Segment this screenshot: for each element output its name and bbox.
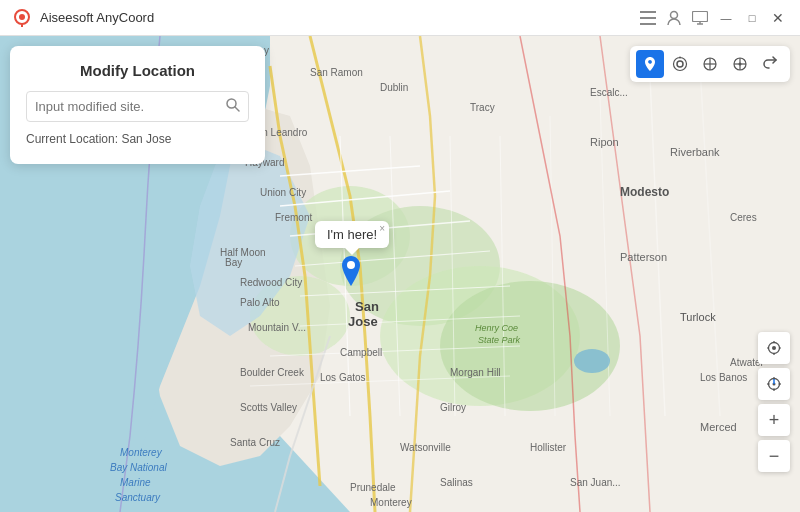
svg-text:Jose: Jose [348,314,378,329]
svg-text:Merced: Merced [700,421,737,433]
search-icon[interactable] [226,98,240,115]
export-button[interactable] [756,50,784,78]
svg-line-83 [235,107,239,111]
current-location-label: Current Location: San Jose [26,130,249,148]
popup-close-button[interactable]: × [379,223,385,234]
svg-text:Escalc...: Escalc... [590,87,628,98]
svg-text:State Park: State Park [478,335,521,345]
svg-text:Fremont: Fremont [275,212,312,223]
svg-text:Scotts Valley: Scotts Valley [240,402,297,413]
svg-text:Dublin: Dublin [380,82,408,93]
svg-point-94 [347,261,355,269]
window-controls: — □ ✕ [638,8,788,28]
svg-text:Redwood City: Redwood City [240,277,302,288]
location-mode-button[interactable] [636,50,664,78]
svg-text:Los Banos: Los Banos [700,372,747,383]
svg-text:Ripon: Ripon [590,136,619,148]
svg-text:San Juan...: San Juan... [570,477,621,488]
svg-text:Morgan Hill: Morgan Hill [450,367,501,378]
svg-text:Prunedale: Prunedale [350,482,396,493]
svg-text:Tracy: Tracy [470,102,495,113]
map-pin [339,256,363,292]
zoom-out-button[interactable]: − [758,440,790,472]
svg-text:Palo Alto: Palo Alto [240,297,280,308]
map-controls-right: + − [758,332,790,472]
panel-title: Modify Location [26,62,249,79]
zoom-out-icon: − [769,447,780,465]
app-logo [12,8,32,28]
svg-text:Union City: Union City [260,187,306,198]
toolbar-icon[interactable] [638,8,658,28]
svg-text:Henry Coe: Henry Coe [475,323,518,333]
gps-button[interactable] [758,332,790,364]
svg-text:Los Gatos: Los Gatos [320,372,366,383]
svg-text:Watsonville: Watsonville [400,442,451,453]
title-bar: Aiseesoft AnyCoord — □ ✕ [0,0,800,36]
svg-text:Salinas: Salinas [440,477,473,488]
svg-text:Ceres: Ceres [730,212,757,223]
svg-text:Patterson: Patterson [620,251,667,263]
svg-rect-4 [640,17,656,19]
svg-text:Santa Cruz: Santa Cruz [230,437,280,448]
svg-rect-7 [693,11,708,21]
minimize-button[interactable]: — [716,8,736,28]
svg-point-81 [574,349,610,373]
svg-text:San: San [355,299,379,314]
svg-text:Boulder Creek: Boulder Creek [240,367,305,378]
svg-text:Turlock: Turlock [680,311,716,323]
location-popup: × I'm here! [315,221,389,248]
svg-text:Mountain V...: Mountain V... [248,322,306,333]
svg-text:Gilroy: Gilroy [440,402,466,413]
svg-text:Monterey: Monterey [120,447,163,458]
search-input[interactable] [35,99,226,114]
modify-location-panel: Modify Location Current Location: San Jo… [10,46,265,164]
svg-point-86 [679,57,681,59]
maximize-button[interactable]: □ [742,8,762,28]
svg-point-93 [739,63,742,66]
close-button[interactable]: ✕ [768,8,788,28]
grid-mode-button[interactable] [726,50,754,78]
svg-text:Riverbank: Riverbank [670,146,720,158]
route-mode-button[interactable] [696,50,724,78]
svg-text:Monterey: Monterey [370,497,412,508]
svg-point-84 [677,61,683,67]
svg-rect-5 [640,23,656,25]
svg-point-6 [671,11,678,18]
map-toolbar [630,46,790,82]
svg-text:Bay National: Bay National [110,462,167,473]
svg-text:San Ramon: San Ramon [310,67,363,78]
main-content: Manteca Escalc... Tracy Dublin San Ramon… [0,36,800,512]
svg-point-1 [19,14,25,20]
svg-text:Campbell: Campbell [340,347,382,358]
locate-button[interactable] [758,368,790,400]
orbit-mode-button[interactable] [666,50,694,78]
svg-text:Marine: Marine [120,477,151,488]
svg-text:Hollister: Hollister [530,442,567,453]
svg-text:Bay: Bay [225,257,242,268]
search-box[interactable] [26,91,249,122]
user-icon[interactable] [664,8,684,28]
popup-text: I'm here! [327,227,377,242]
svg-point-85 [674,58,687,71]
zoom-in-icon: + [769,411,780,429]
svg-text:Sanctuary: Sanctuary [115,492,161,503]
app-title: Aiseesoft AnyCoord [40,10,638,25]
svg-rect-3 [640,11,656,13]
svg-point-96 [772,346,776,350]
zoom-in-button[interactable]: + [758,404,790,436]
svg-text:Modesto: Modesto [620,185,669,199]
svg-point-17 [440,281,620,411]
monitor-icon[interactable] [690,8,710,28]
